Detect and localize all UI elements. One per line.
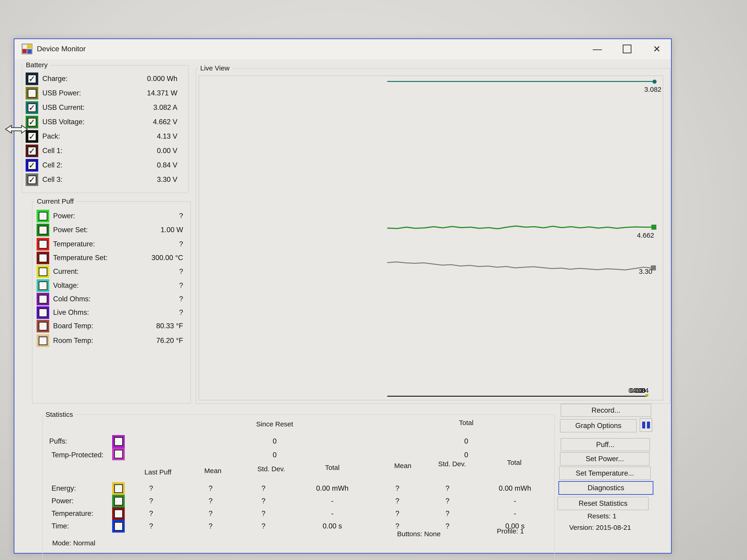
battery-checkbox-usbcurrent[interactable]: ✓ xyxy=(26,101,38,114)
statistics-checkbox-time[interactable] xyxy=(112,520,125,533)
total-header: Total xyxy=(436,419,496,427)
current-puff-checkbox-temperatureset[interactable] xyxy=(36,251,49,264)
device-monitor-window: Device Monitor — ✕ Battery Current Puff … xyxy=(14,38,672,554)
battery-checkbox-charge[interactable]: ✓ xyxy=(26,73,38,85)
set-temperature-button[interactable]: Set Temperature... xyxy=(559,466,651,480)
desktop: { "window": { "title": "Device Monitor",… xyxy=(0,0,747,560)
statistics-cell-std_dev_2: ? xyxy=(420,497,475,505)
statistics-cell-std_dev: ? xyxy=(236,484,291,492)
battery-checkbox-pack[interactable]: ✓ xyxy=(26,130,38,143)
checkbox-box xyxy=(114,437,123,446)
checkbox-box: ✓ xyxy=(28,75,36,83)
current-puff-group-label: Current Puff xyxy=(34,197,76,205)
current-puff-checkbox-coldohms[interactable] xyxy=(36,293,49,305)
statistics-cell-last_puff: ? xyxy=(124,484,179,492)
checkbox-box: ✓ xyxy=(28,161,36,170)
charge-value-label: 0.000 xyxy=(628,386,646,394)
current-puff-row-label: Room Temp: xyxy=(53,337,93,345)
statistics-cell-last_puff: ? xyxy=(124,522,179,530)
battery-row-value: 14.371 W xyxy=(109,89,177,97)
diagnostics-button[interactable]: Diagnostics xyxy=(559,481,653,495)
current-puff-checkbox-boardtemp[interactable] xyxy=(36,320,49,332)
puff-button[interactable]: Puff... xyxy=(561,438,650,451)
current-puff-checkbox-liveohms[interactable] xyxy=(36,306,49,319)
close-button[interactable]: ✕ xyxy=(644,39,669,59)
battery-checkbox-usbvoltage[interactable]: ✓ xyxy=(26,116,38,128)
graph-canvas xyxy=(199,76,663,400)
usb-voltage-value-label: 4.662 xyxy=(637,232,654,239)
checkbox-box xyxy=(39,226,47,235)
current-puff-checkbox-temperature[interactable] xyxy=(36,238,49,250)
close-icon: ✕ xyxy=(653,44,661,54)
statistics-checkbox-puffs[interactable] xyxy=(112,435,125,448)
current-puff-row-value: ? xyxy=(114,212,183,220)
maximize-button[interactable] xyxy=(615,39,640,59)
minimize-button[interactable]: — xyxy=(585,39,610,59)
current-puff-row-value: ? xyxy=(114,295,183,303)
set-power-button[interactable]: Set Power... xyxy=(560,452,649,465)
col-header-std-dev: Std. Dev. xyxy=(241,465,301,473)
statistics-cell-mean: ? xyxy=(183,497,238,505)
checkbox-box: ✓ xyxy=(28,132,36,141)
usb-current-value-label: 3.082 xyxy=(644,85,662,93)
statistics-checkbox-power[interactable] xyxy=(112,495,125,507)
app-icon-square-white xyxy=(23,45,27,49)
current-puff-row-label: Live Ohms: xyxy=(53,309,89,317)
col-header-total: Total xyxy=(303,464,362,472)
temp-protected-label: Temp-Protected: xyxy=(51,451,103,459)
statistics-cell-mean: ? xyxy=(183,484,238,492)
statistics-checkbox-energy[interactable] xyxy=(112,482,125,495)
window-title: Device Monitor xyxy=(37,45,85,53)
battery-row-label: USB Voltage: xyxy=(42,118,84,126)
reset-statistics-button[interactable]: Reset Statistics xyxy=(558,497,649,510)
battery-checkbox-usbpower[interactable] xyxy=(26,87,38,100)
statistics-checkbox-temp-protected[interactable] xyxy=(112,448,125,460)
battery-checkbox-cell3[interactable]: ✓ xyxy=(26,174,38,186)
col-header-mean: Mean xyxy=(183,467,242,475)
statistics-row-label: Energy: xyxy=(51,484,76,492)
pause-button[interactable] xyxy=(640,418,652,432)
statistics-cell-std_dev: ? xyxy=(236,522,291,530)
current-puff-row-value: 300.00 °C xyxy=(114,254,183,262)
checkbox-box xyxy=(39,267,47,276)
current-puff-row-value: 76.20 °F xyxy=(114,337,183,345)
battery-row-label: USB Power: xyxy=(42,89,81,97)
checkbox-box xyxy=(114,522,123,531)
checkbox-box: ✓ xyxy=(28,146,36,155)
battery-checkbox-cell1[interactable]: ✓ xyxy=(26,144,38,157)
statistics-cell-std_dev_2: ? xyxy=(420,509,475,518)
statistics-cell-mean_2: ? xyxy=(370,509,425,518)
statistics-cell-mean_2: ? xyxy=(370,497,425,505)
battery-checkbox-cell2[interactable]: ✓ xyxy=(26,159,38,171)
statistics-cell-total: 0.00 mWh xyxy=(305,484,360,492)
current-puff-checkbox-current[interactable] xyxy=(36,265,49,278)
live-view-graph[interactable]: 3.082 4.662 3.30 4.13 0.84 0.00 0.000 xyxy=(199,76,663,400)
cell3-value-label: 3.30 xyxy=(639,268,652,275)
since-reset-puffs-count: 0 xyxy=(247,437,302,445)
statistics-cell-total_2: 0.00 s xyxy=(487,522,542,530)
statistics-checkbox-temperature[interactable] xyxy=(112,507,125,520)
battery-groupbox xyxy=(22,65,188,193)
checkbox-box xyxy=(39,309,47,317)
graph-options-button[interactable]: Graph Options xyxy=(560,419,637,432)
current-puff-checkbox-roomtemp[interactable] xyxy=(36,335,49,347)
statistics-cell-mean: ? xyxy=(183,509,238,518)
battery-row-value: 0.000 Wh xyxy=(109,75,177,83)
current-puff-checkbox-voltage[interactable] xyxy=(36,279,49,292)
resets-count: Resets: 1 xyxy=(572,512,632,520)
buttons-status: Buttons: None xyxy=(387,530,451,538)
current-puff-checkbox-powerset[interactable] xyxy=(36,224,49,236)
puffs-label: Puffs: xyxy=(49,437,67,445)
battery-row-value: 0.00 V xyxy=(109,146,177,155)
minimize-icon: — xyxy=(593,44,602,54)
since-reset-temp-protected-count: 0 xyxy=(247,451,302,459)
live-view-group-label: Live View xyxy=(198,64,232,72)
checkbox-box xyxy=(39,240,47,249)
current-puff-checkbox-power[interactable] xyxy=(36,210,49,222)
titlebar[interactable]: Device Monitor — ✕ xyxy=(15,39,671,59)
record-button[interactable]: Record... xyxy=(561,404,651,417)
battery-row-label: Cell 2: xyxy=(42,161,62,169)
statistics-cell-total: 0.00 s xyxy=(305,522,360,530)
current-puff-row-value: ? xyxy=(114,282,183,290)
app-icon-square-red xyxy=(22,49,27,53)
